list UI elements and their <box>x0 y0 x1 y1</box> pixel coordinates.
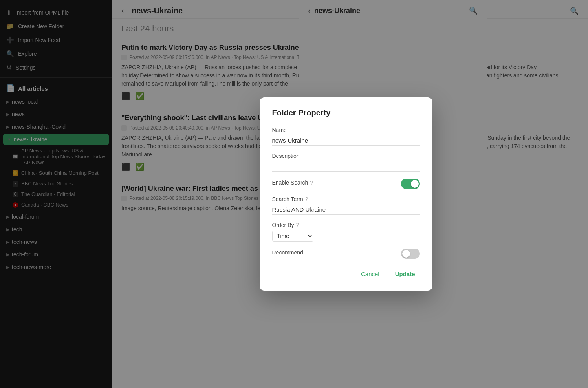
description-input[interactable] <box>272 161 420 172</box>
order-by-field: Order By ? Time Relevance Date <box>272 222 420 242</box>
name-label: Name <box>272 127 420 133</box>
search-term-field: Search Term ? <box>272 196 420 215</box>
search-term-help-icon[interactable]: ? <box>305 196 308 202</box>
recommend-label: Recommend <box>272 249 303 256</box>
modal-footer: Cancel Update <box>272 268 420 280</box>
enable-search-row: Enable Search ? <box>272 179 420 189</box>
name-input[interactable] <box>272 135 420 146</box>
recommend-row: Recommend <box>272 249 420 259</box>
toggle-knob <box>402 250 410 258</box>
toggle-knob <box>411 180 419 188</box>
order-by-select-row: Time Relevance Date <box>272 231 420 242</box>
recommend-toggle[interactable] <box>401 249 420 259</box>
order-by-label: Order By ? <box>272 222 420 228</box>
order-by-select[interactable]: Time Relevance Date <box>272 231 313 242</box>
order-by-help-icon[interactable]: ? <box>296 222 299 228</box>
enable-search-help-icon[interactable]: ? <box>310 179 313 186</box>
description-label: Description <box>272 153 420 159</box>
folder-property-modal: Folder Property Name Description Enable … <box>260 97 432 291</box>
modal-title: Folder Property <box>272 108 420 117</box>
description-field: Description <box>272 153 420 172</box>
name-field: Name <box>272 127 420 146</box>
search-term-input[interactable] <box>272 205 420 215</box>
update-button[interactable]: Update <box>390 268 420 280</box>
enable-search-label: Enable Search ? <box>272 179 313 186</box>
search-term-label: Search Term ? <box>272 196 420 202</box>
cancel-button[interactable]: Cancel <box>356 268 384 280</box>
enable-search-toggle[interactable] <box>401 179 420 189</box>
